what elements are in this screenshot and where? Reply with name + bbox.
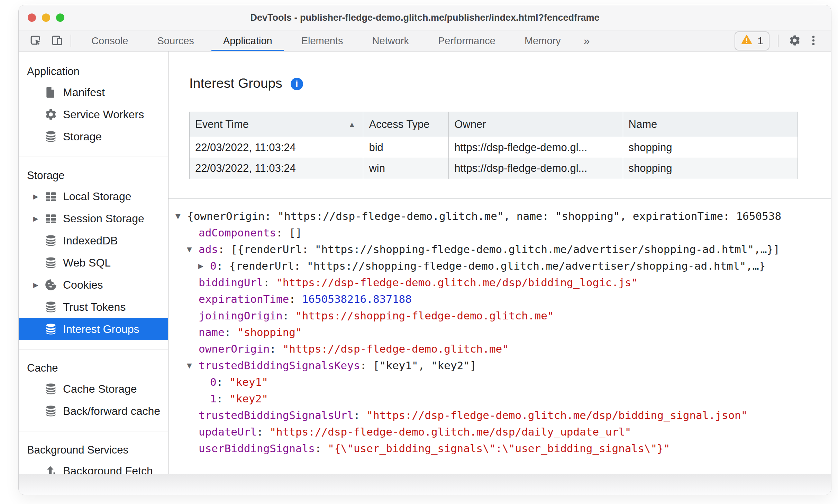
kebab-menu-icon [807,34,820,48]
json-plain: : [{renderUrl: "https://shopping-fledge-… [218,243,780,255]
database-icon [44,234,57,247]
tab-sources[interactable]: Sources [143,30,208,51]
tree-node[interactable]: 0: "key1" [168,374,831,390]
sidebar-section-background-services: Background Services ▶ Background Fetch [19,431,168,491]
sidebar-item-indexeddb[interactable]: ▶ IndexedDB [19,230,168,252]
json-key: 0 [210,260,217,272]
sidebar-item-cookies[interactable]: ▶ Cookies [19,274,168,296]
sidebar-item-session-storage[interactable]: ▶ Session Storage [19,207,168,230]
inspect-element-button[interactable] [28,33,44,49]
settings-gear-icon [789,34,801,48]
table-row[interactable]: 22/03/2022, 11:03:24winhttps://dsp-fledg… [190,158,798,179]
sidebar-item-local-storage[interactable]: ▶ Local Storage [19,185,168,207]
json-key: 0 [210,376,217,388]
tree-node[interactable]: trustedBiddingSignalsUrl: "https://dsp-f… [168,407,831,423]
tab-application[interactable]: Application [209,30,287,51]
settings-button[interactable] [787,33,803,49]
disclosure-triangle-icon[interactable]: ▼ [187,245,199,253]
tree-node[interactable]: userBiddingSignals: "{\"user_bidding_sig… [168,440,831,457]
tree-node[interactable]: ▼trustedBiddingSignalsKeys: ["key1", "ke… [168,357,831,374]
json-string: "{\"user_bidding_signals\":\"user_biddin… [328,442,670,455]
json-plain: : [217,376,229,388]
tab-network[interactable]: Network [358,30,423,51]
sidebar-item-interest-groups[interactable]: ▶ Interest Groups [19,318,168,340]
database-icon [44,130,57,143]
tree-node[interactable]: adComponents: [] [168,224,831,241]
sidebar-section-title: Application [19,62,168,81]
cell-event-time: 22/03/2022, 11:03:24 [190,137,363,158]
tree-node[interactable]: ▶0: {renderUrl: "https://shopping-fledge… [168,258,831,274]
json-plain: : {renderUrl: "https://shopping-fledge-d… [217,260,765,272]
sidebar-item-manifest[interactable]: ▶ Manifest [19,81,168,103]
json-string: "https://dsp-fledge-demo.glitch.me" [283,343,509,355]
disclosure-triangle-icon[interactable]: ▶ [33,215,44,223]
tree-node[interactable]: joiningOrigin: "https://shopping-fledge-… [168,307,831,324]
sidebar-item-trust-tokens[interactable]: ▶ Trust Tokens [19,296,168,318]
disclosure-triangle-icon[interactable]: ▶ [198,262,210,270]
json-key: trustedBiddingSignalsUrl [199,409,354,421]
column-header-access-type[interactable]: Access Type [363,112,449,137]
table-row[interactable]: 22/03/2022, 11:03:24bidhttps://dsp-fledg… [190,137,798,158]
more-tabs-button[interactable]: » [575,30,598,51]
json-plain: {ownerOrigin: "https://dsp-fledge-demo.g… [187,210,781,222]
interest-groups-table: Event Time▲Access TypeOwnerName22/03/202… [189,112,798,179]
minimize-window-button[interactable] [42,13,50,22]
tree-node[interactable]: 1: "key2" [168,390,831,407]
disclosure-triangle-icon[interactable]: ▼ [187,362,199,369]
json-key: name [199,326,225,338]
json-string: "shopping" [237,326,302,338]
database-icon [44,256,57,269]
sidebar-item-service-workers[interactable]: ▶ Service Workers [19,103,168,125]
sidebar-section-title: Cache [19,358,168,378]
tree-node[interactable]: expirationTime: 1650538216.837188 [168,291,831,307]
sidebar-item-storage[interactable]: ▶ Storage [19,125,168,148]
sidebar-section-cache: Cache ▶ Cache Storage ▶ Back/forward cac… [19,349,168,431]
tree-node[interactable]: ownerOrigin: "https://dsp-fledge-demo.gl… [168,340,831,357]
close-window-button[interactable] [28,13,36,22]
application-sidebar: Application ▶ Manifest ▶ Service Workers… [19,52,168,495]
json-plain: : [225,326,237,338]
json-key: 1 [210,392,217,405]
json-plain: : [217,392,229,405]
tab-console[interactable]: Console [77,30,143,51]
interest-groups-panel: Interest Groups i Event Time▲Access Type… [168,52,831,495]
toolbar-right-controls: 1 [735,30,831,51]
sidebar-item-back-forward-cache[interactable]: ▶ Back/forward cache [19,400,168,422]
cell-access-type: win [363,158,449,179]
tree-node[interactable]: ▼{ownerOrigin: "https://dsp-fledge-demo.… [168,208,831,224]
window-titlebar: DevTools - publisher-fledge-demo.glitch.… [19,5,831,30]
json-key: trustedBiddingSignalsKeys [199,359,360,372]
disclosure-triangle-icon[interactable]: ▶ [33,281,44,289]
column-header-name[interactable]: Name [623,112,798,137]
traffic-lights [28,13,64,22]
tab-performance[interactable]: Performance [423,30,510,51]
database-icon [44,382,57,395]
json-string: "https://dsp-fledge-demo.glitch.me/dsp/d… [270,426,631,438]
chevron-double-right-icon: » [584,35,590,47]
tree-node[interactable]: ▼ads: [{renderUrl: "https://shopping-fle… [168,241,831,258]
disclosure-triangle-icon[interactable]: ▶ [33,193,44,200]
json-key: userBiddingSignals [199,442,315,455]
sidebar-section-application: Application ▶ Manifest ▶ Service Workers… [19,53,168,157]
console-warnings-button[interactable]: 1 [735,31,769,50]
disclosure-triangle-icon[interactable]: ▼ [175,212,187,220]
tab-memory[interactable]: Memory [510,30,575,51]
interest-group-details-tree: ▼{ownerOrigin: "https://dsp-fledge-demo.… [168,199,831,495]
warning-count: 1 [757,35,763,47]
device-toolbar-button[interactable] [49,33,65,49]
file-icon [44,86,57,99]
kebab-menu-button[interactable] [805,33,821,49]
sidebar-item-cache-storage[interactable]: ▶ Cache Storage [19,378,168,400]
column-header-owner[interactable]: Owner [449,112,623,137]
info-icon[interactable]: i [291,78,303,90]
tree-node[interactable]: biddingUrl: "https://dsp-fledge-demo.gli… [168,274,831,291]
tab-elements[interactable]: Elements [287,30,358,51]
column-header-event-time[interactable]: Event Time▲ [190,112,363,137]
devtools-toolbar: ConsoleSourcesApplicationElementsNetwork… [19,30,831,52]
sidebar-item-background-fetch[interactable]: ▶ Background Fetch [19,460,168,482]
json-number: 1650538216.837188 [302,293,412,305]
tree-node[interactable]: updateUrl: "https://dsp-fledge-demo.glit… [168,423,831,440]
sidebar-item-web-sql[interactable]: ▶ Web SQL [19,252,168,274]
zoom-window-button[interactable] [56,13,64,22]
tree-node[interactable]: name: "shopping" [168,324,831,340]
